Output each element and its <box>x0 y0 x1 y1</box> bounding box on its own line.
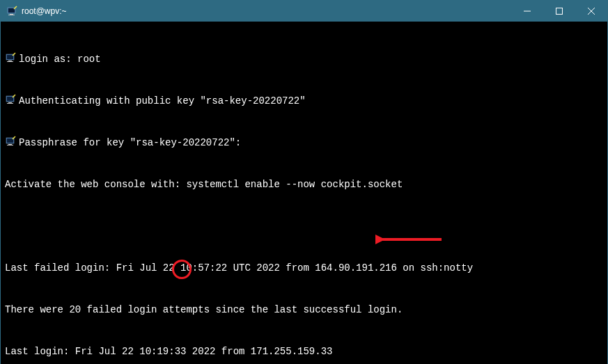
svg-rect-11 <box>8 61 12 61</box>
terminal-line: login as: root <box>5 52 603 66</box>
terminal-text: Authenticating with public key "rsa-key-… <box>19 94 306 108</box>
terminal-line: Last failed login: Fri Jul 22 10:57:22 U… <box>5 261 603 275</box>
window-controls <box>511 1 607 22</box>
svg-rect-21 <box>8 144 12 145</box>
svg-rect-2 <box>10 14 13 15</box>
titlebar[interactable]: root@wpv:~ <box>1 1 607 22</box>
putty-icon <box>5 52 19 63</box>
putty-icon <box>5 94 19 105</box>
minimize-button[interactable] <box>511 1 543 22</box>
svg-rect-22 <box>7 145 13 145</box>
annotation-arrow <box>375 233 445 246</box>
terminal-line: Authenticating with public key "rsa-key-… <box>5 94 603 108</box>
window-title: root@wpv:~ <box>22 6 67 16</box>
svg-rect-3 <box>8 15 15 15</box>
svg-rect-16 <box>8 102 12 103</box>
putty-icon <box>6 6 17 17</box>
putty-icon <box>5 136 19 147</box>
putty-window: root@wpv:~ login as: root Authentica <box>0 0 608 364</box>
terminal-text: There were 20 failed login attempts sinc… <box>5 303 403 317</box>
terminal-text: Last failed login: Fri Jul 22 10:57:22 U… <box>5 261 473 275</box>
svg-rect-20 <box>7 139 13 143</box>
terminal-line: There were 20 failed login attempts sinc… <box>5 303 603 317</box>
terminal-line: Passphrase for key "rsa-key-20220722": <box>5 136 603 150</box>
titlebar-left: root@wpv:~ <box>1 6 67 17</box>
terminal-text <box>5 219 10 233</box>
close-button[interactable] <box>575 1 607 22</box>
svg-rect-10 <box>7 55 13 59</box>
terminal-line <box>5 219 603 233</box>
svg-rect-6 <box>556 8 563 15</box>
terminal-text: Activate the web console with: systemctl… <box>5 177 403 191</box>
svg-rect-17 <box>7 103 13 104</box>
terminal-text: login as: root <box>19 52 101 66</box>
svg-rect-12 <box>7 61 13 62</box>
terminal-area[interactable]: login as: root Authenticating with publi… <box>1 22 607 364</box>
terminal-line: Last login: Fri Jul 22 10:19:33 2022 fro… <box>5 345 603 358</box>
terminal-line: Activate the web console with: systemctl… <box>5 177 603 191</box>
svg-rect-15 <box>7 97 13 101</box>
terminal-text: Passphrase for key "rsa-key-20220722": <box>19 136 241 150</box>
svg-rect-1 <box>8 8 15 13</box>
terminal-text: Last login: Fri Jul 22 10:19:33 2022 fro… <box>5 345 332 358</box>
maximize-button[interactable] <box>543 1 575 22</box>
